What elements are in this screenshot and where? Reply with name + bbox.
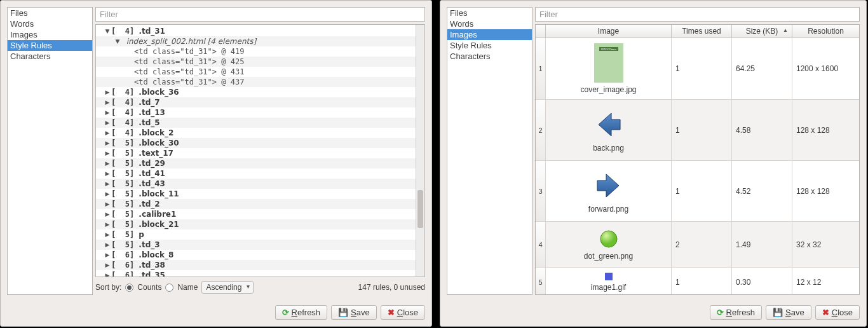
refresh-button[interactable]: ⟳Refresh — [710, 305, 763, 320]
chevron-right-icon[interactable]: ▶ — [104, 272, 111, 277]
tree-row[interactable]: ▶[ 5] .block_21 — [96, 219, 424, 229]
image-name: image1.gif — [591, 283, 626, 292]
tree-row[interactable]: ▶[ 4] .block_36 — [96, 87, 424, 97]
tree-leaf[interactable]: <td class="td_31"> @ 425 — [134, 57, 244, 66]
tree-row[interactable]: ▶[ 4] .td_13 — [96, 107, 424, 118]
sidebar-item-words[interactable]: Words — [447, 18, 532, 29]
tree-leaf[interactable]: <td class="td_31"> @ 419 — [134, 47, 244, 56]
tree-row[interactable]: ▶[ 5] .td_29 — [96, 158, 424, 168]
chevron-right-icon[interactable]: ▶ — [104, 252, 111, 258]
save-button[interactable]: 💾Save — [766, 305, 811, 320]
refresh-button[interactable]: ⟳Refresh — [275, 305, 328, 320]
column-times[interactable]: Times used — [672, 25, 732, 38]
sidebar-item-files[interactable]: Files — [8, 8, 92, 18]
cell-resolution: 12 x 12 — [792, 268, 859, 294]
column-image[interactable]: Image — [546, 25, 672, 38]
cell-size: 4.58 — [732, 100, 792, 160]
sort-order-combo[interactable]: Ascending — [201, 281, 254, 294]
chevron-right-icon[interactable]: ▶ — [104, 231, 111, 238]
scrollbar[interactable] — [416, 25, 424, 277]
rule-tree[interactable]: ▼ [ 4] .td_31 ▼ index_split_002.html [4 … — [96, 25, 424, 277]
chevron-right-icon[interactable]: ▶ — [104, 150, 111, 156]
column-resolution[interactable]: Resolution — [792, 25, 859, 38]
tree-row[interactable]: ▶[ 6] .td_35 — [96, 270, 424, 277]
rule-label: .td_3 — [139, 240, 159, 249]
tree-row[interactable]: ▶[ 5] .td_43 — [96, 179, 424, 189]
chevron-right-icon[interactable]: ▶ — [104, 109, 111, 116]
chevron-right-icon[interactable]: ▶ — [104, 140, 111, 146]
tree-row[interactable]: ▶[ 6] .td_38 — [96, 260, 424, 270]
row-number: 3 — [536, 161, 546, 221]
chevron-right-icon[interactable]: ▶ — [104, 191, 111, 197]
radio-counts-label[interactable]: Counts — [137, 283, 161, 292]
tree-row[interactable]: ▶[ 5] .td_3 — [96, 240, 424, 250]
sidebar-item-characters[interactable]: Characters — [8, 51, 92, 62]
rule-label: .td_7 — [139, 98, 159, 107]
cell-size: 0.30 — [732, 268, 792, 294]
table-row[interactable]: 1DOCX Democover_image.jpg164.251200 x 16… — [536, 38, 859, 100]
chevron-right-icon[interactable]: ▶ — [104, 242, 111, 248]
tree-leaf[interactable]: <td class="td_31"> @ 431 — [134, 67, 244, 76]
sidebar-item-images[interactable]: Images — [447, 29, 532, 40]
rule-label: .td_29 — [139, 159, 165, 168]
rule-label: .block_36 — [139, 88, 179, 97]
chevron-right-icon[interactable]: ▶ — [104, 211, 111, 217]
filter-input[interactable] — [535, 7, 860, 22]
save-button[interactable]: 💾Save — [331, 305, 377, 320]
chevron-right-icon[interactable]: ▶ — [104, 89, 111, 95]
tree-row[interactable]: ▶[ 6] .block_8 — [96, 250, 424, 260]
tree-row[interactable]: ▶[ 5] .block_30 — [96, 138, 424, 148]
table-row[interactable]: 4dot_green.png21.4932 x 32 — [536, 222, 859, 268]
tree-row[interactable]: ▶[ 4] .td_5 — [96, 118, 424, 128]
chevron-right-icon[interactable]: ▶ — [104, 201, 111, 207]
column-rownum[interactable] — [536, 25, 546, 38]
cell-times: 2 — [672, 222, 732, 267]
sidebar-item-words[interactable]: Words — [8, 18, 92, 29]
chevron-right-icon[interactable]: ▶ — [104, 170, 111, 177]
filter-input[interactable] — [95, 7, 425, 22]
sort-indicator-icon: ▲ — [783, 27, 788, 33]
table-row[interactable]: 2back.png14.58128 x 128 — [536, 100, 859, 161]
rule-label: .td_31 — [139, 27, 165, 36]
sidebar-item-stylerules[interactable]: Style Rules — [8, 40, 92, 51]
chevron-down-icon[interactable]: ▼ — [114, 38, 121, 44]
chevron-right-icon[interactable]: ▶ — [104, 160, 111, 167]
tree-row[interactable]: ▶[ 5] .calibre1 — [96, 209, 424, 219]
close-button[interactable]: ✖Close — [381, 305, 425, 320]
radio-counts[interactable] — [125, 284, 133, 292]
table-row[interactable]: 3forward.png14.52128 x 128 — [536, 161, 859, 222]
chevron-right-icon[interactable]: ▶ — [104, 262, 111, 268]
image-table: Image Times used Size (KB)▲ Resolution 1… — [535, 24, 860, 295]
cell-resolution: 128 x 128 — [792, 161, 859, 221]
panel-images: Files Words Images Style Rules Character… — [440, 0, 867, 327]
sidebar-item-stylerules[interactable]: Style Rules — [447, 40, 532, 51]
chevron-right-icon[interactable]: ▶ — [104, 221, 111, 228]
tree-row[interactable]: ▶[ 4] .block_2 — [96, 128, 424, 138]
cell-times: 1 — [672, 100, 732, 160]
sidebar-item-images[interactable]: Images — [8, 29, 92, 40]
radio-name[interactable] — [165, 284, 173, 292]
tree-leaf[interactable]: <td class="td_31"> @ 437 — [134, 78, 244, 86]
column-size[interactable]: Size (KB)▲ — [732, 25, 792, 38]
rule-label: .td_13 — [139, 108, 165, 117]
rule-label: .calibre1 — [139, 210, 176, 219]
chevron-down-icon[interactable]: ▼ — [104, 28, 111, 34]
tree-row[interactable]: ▶[ 4] .td_7 — [96, 97, 424, 107]
tree-row[interactable]: ▶[ 5] .td_41 — [96, 168, 424, 179]
chevron-right-icon[interactable]: ▶ — [104, 120, 111, 126]
rule-label: .td_43 — [139, 179, 165, 188]
sidebar-item-files[interactable]: Files — [447, 8, 532, 18]
tree-row[interactable]: ▶[ 5] p — [96, 229, 424, 240]
chevron-right-icon[interactable]: ▶ — [104, 130, 111, 136]
chevron-right-icon[interactable]: ▶ — [104, 181, 111, 187]
sidebar-item-characters[interactable]: Characters — [447, 51, 532, 62]
close-button[interactable]: ✖Close — [815, 305, 860, 320]
radio-name-label[interactable]: Name — [177, 283, 198, 292]
cell-size: 64.25 — [732, 38, 792, 99]
chevron-right-icon[interactable]: ▶ — [104, 99, 111, 106]
table-row[interactable]: 5image1.gif10.3012 x 12 — [536, 268, 859, 294]
tree-row[interactable]: ▶[ 5] .td_2 — [96, 199, 424, 209]
tree-row[interactable]: ▶[ 5] .block_11 — [96, 189, 424, 199]
cell-resolution: 32 x 32 — [792, 222, 859, 267]
tree-row[interactable]: ▶[ 5] .text_17 — [96, 148, 424, 158]
